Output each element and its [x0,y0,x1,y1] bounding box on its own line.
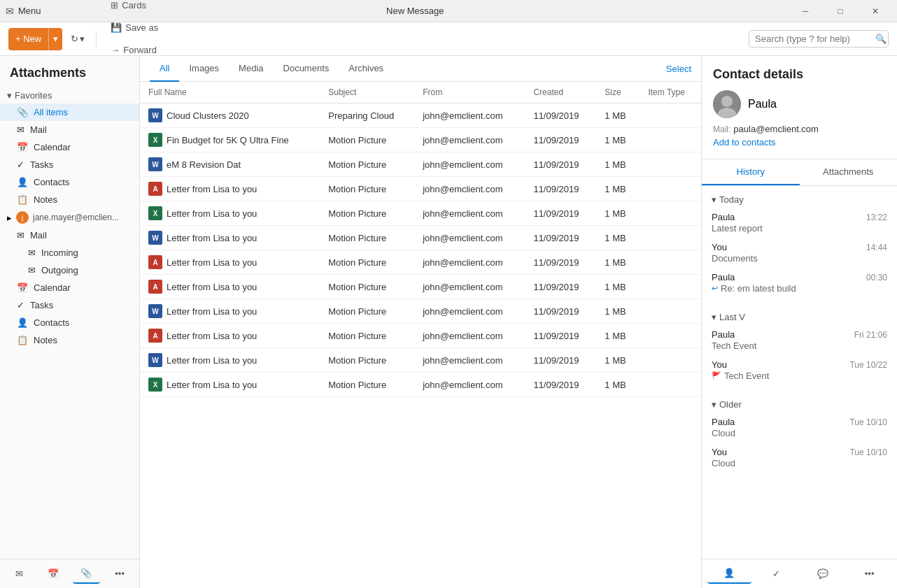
notes-icon: 📋 [17,194,28,205]
filter-tab-media[interactable]: Media [229,56,273,82]
file-name: Letter from Lisa to you [167,184,257,194]
history-item-sub: Cloud [712,458,887,468]
table-row[interactable]: A Letter from Lisa to you Motion Picture… [140,324,701,348]
acc-calendar-label: Calendar [34,282,71,293]
tasks-icon: ✓ [17,159,24,170]
menu-label[interactable]: Menu [18,6,41,16]
sidebar-item-acc-mail[interactable]: ✉Mail [0,227,139,244]
contact-panel-title: Contact details [713,67,886,82]
favorites-header[interactable]: ▾ Favorites [0,87,139,103]
cell-created: 11/09/2019 [525,152,596,177]
table-row[interactable]: W Letter from Lisa to you Motion Picture… [140,348,701,373]
history-item-time: Tue 10/22 [849,360,887,370]
history-item[interactable]: You 14:44 Documents [702,238,897,268]
sidebar-item-contacts[interactable]: 👤Contacts [0,173,139,191]
table-row[interactable]: W Letter from Lisa to you Motion Picture… [140,226,701,250]
cell-itemtype [640,250,701,275]
sidebar-mail-btn[interactable]: ✉ [6,564,34,584]
pdf-file-icon: A [148,329,162,343]
cell-itemtype [640,373,701,397]
cell-name: W Cloud Clusters 2020 [140,103,320,128]
refresh-button[interactable]: ↻ ▾ [65,31,90,47]
contact-tab-history[interactable]: History [702,159,800,185]
cell-size: 1 MB [596,250,640,275]
filter-tab-images[interactable]: Images [179,56,229,82]
table-row[interactable]: W eM 8 Revision Dat Motion Picturejohn@e… [140,152,701,177]
history-section: ▾ Last V Paula Fri 21:06 Tech Event You … [702,303,897,391]
main-layout: Attachments ▾ Favorites 📎All items ✉Mail… [0,56,897,588]
new-button[interactable]: + New ▾ [8,28,62,50]
history-item-name: You [712,359,727,370]
sidebar-item-incoming[interactable]: ✉Incoming [0,244,139,261]
add-to-contacts-link[interactable]: Add to contacts [713,137,776,148]
more-rp-btn[interactable]: ••• [847,564,891,584]
maximize-button[interactable]: □ [824,0,856,22]
filter-tab-documents[interactable]: Documents [274,56,339,82]
select-button[interactable]: Select [666,57,691,81]
table-row[interactable]: X Letter from Lisa to you Motion Picture… [140,201,701,226]
sidebar-attachments-btn[interactable]: 📎 [73,564,101,584]
table-row[interactable]: X Fin Budget for 5K Q Ultra Fine Motion … [140,128,701,152]
sidebar-item-acc-notes[interactable]: 📋Notes [0,331,139,349]
toolbar-tab-cards[interactable]: ⊞ Cards [102,0,167,17]
saveas-tab-icon: 💾 [111,22,122,33]
attachment-table-container: Full NameSubjectFromCreatedSizeItem Type… [140,82,701,588]
cell-size: 1 MB [596,373,640,397]
sidebar-item-notes[interactable]: 📋Notes [0,191,139,208]
tasks-btn[interactable]: ✓ [754,564,798,584]
table-row[interactable]: A Letter from Lisa to you Motion Picture… [140,250,701,275]
history-item-sub: Latest report [712,223,887,234]
search-input[interactable] [755,34,873,44]
table-row[interactable]: X Letter from Lisa to you Motion Picture… [140,373,701,397]
file-name: Cloud Clusters 2020 [167,110,249,121]
excel-file-icon: X [148,206,162,220]
sidebar-item-acc-contacts[interactable]: 👤Contacts [0,314,139,331]
chat-btn[interactable]: 💬 [801,564,845,584]
sidebar-item-all-items[interactable]: 📎All items [0,103,139,121]
new-dropdown-arrow[interactable]: ▾ [48,28,62,50]
table-row[interactable]: A Letter from Lisa to you Motion Picture… [140,177,701,201]
sidebar-item-outgoing[interactable]: ✉Outgoing [0,261,139,279]
favorites-label: Favorites [15,90,52,101]
history-item-name: Paula [712,272,735,282]
contact-tab-attachments[interactable]: Attachments [800,159,898,185]
history-item-name: Paula [712,329,735,340]
sidebar-item-tasks[interactable]: ✓Tasks [0,156,139,173]
sidebar-account-name: jane.mayer@emclien... [33,213,119,222]
sidebar-account[interactable]: ▸ j jane.mayer@emclien... [0,208,139,227]
contact-mail-value: paula@emclient.com [733,124,819,134]
sidebar-item-acc-calendar[interactable]: 📅Calendar [0,279,139,296]
cards-tab-label: Cards [122,0,146,10]
incoming-label: Incoming [41,248,78,258]
history-item[interactable]: Paula Fri 21:06 Tech Event [702,325,897,355]
close-button[interactable]: ✕ [859,0,891,22]
file-name: Letter from Lisa to you [167,355,257,366]
contact-btn[interactable]: 👤 [707,564,751,584]
search-box[interactable]: 🔍 [749,30,889,48]
history-item[interactable]: Paula 00:30 ↩Re: em latest build [702,268,897,298]
cell-subject: Motion Picture [320,373,414,397]
sidebar-calendar-btn[interactable]: 📅 [39,564,67,584]
sidebar-item-acc-tasks[interactable]: ✓Tasks [0,296,139,314]
history-item[interactable]: You Tue 10/22 🚩Tech Event [702,355,897,385]
cell-created: 11/09/2019 [525,103,596,128]
table-row[interactable]: W Letter from Lisa to you Motion Picture… [140,299,701,324]
history-item[interactable]: Paula Tue 10/10 Cloud [702,413,897,443]
cell-from: john@emclient.com [414,103,525,128]
filter-tab-archives[interactable]: Archives [339,56,393,82]
history-item[interactable]: Paula 13:22 Latest report [702,208,897,238]
sidebar-item-mail[interactable]: ✉Mail [0,121,139,138]
sidebar-more-btn[interactable]: ••• [106,564,134,584]
cell-from: john@emclient.com [414,348,525,373]
table-row[interactable]: A Letter from Lisa to you Motion Picture… [140,275,701,299]
sidebar-item-calendar[interactable]: 📅Calendar [0,138,139,156]
table-header: Full NameSubjectFromCreatedSizeItem Type [140,82,701,103]
toolbar: + New ▾ ↻ ▾ ☰ List⊞ Cards💾 Save as→ Forw… [0,22,897,56]
cell-created: 11/09/2019 [525,299,596,324]
toolbar-tab-saveas[interactable]: 💾 Save as [102,17,167,39]
minimize-button[interactable]: ─ [789,0,821,22]
table-row[interactable]: W Cloud Clusters 2020 Preparing Cloudjoh… [140,103,701,128]
history-item[interactable]: You Tue 10/10 Cloud [702,443,897,473]
cell-name: X Letter from Lisa to you [140,201,320,226]
filter-tab-all[interactable]: All [150,56,179,82]
